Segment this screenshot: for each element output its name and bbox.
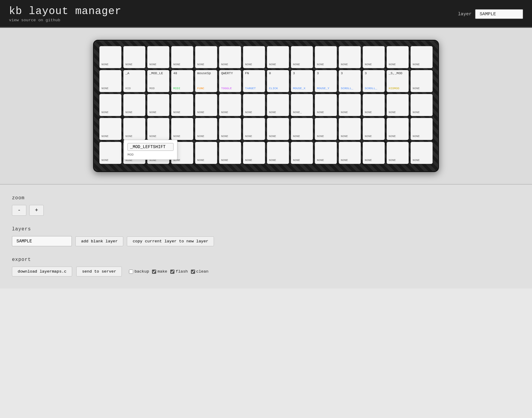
key-4-10[interactable]: NONE xyxy=(339,142,361,164)
key-3-5[interactable]: NONE xyxy=(219,118,241,140)
add-blank-layer-button[interactable]: add blank layer xyxy=(75,236,123,246)
key-0-12[interactable]: NONE xyxy=(387,46,409,68)
key-1-3[interactable]: 48MIDI xyxy=(171,70,193,92)
key-3-6[interactable]: NONE xyxy=(243,118,265,140)
key-1-5[interactable]: QWERTYTOGGLE xyxy=(219,70,241,92)
key-1-6[interactable]: FNTARGET xyxy=(243,70,265,92)
flash-checkbox[interactable] xyxy=(170,270,174,274)
key-2-11[interactable]: NONE xyxy=(363,94,385,116)
key-0-8[interactable]: NONE xyxy=(291,46,313,68)
zoom-plus-button[interactable]: + xyxy=(29,205,44,216)
key-1-2[interactable]: _MOD_LEMOD xyxy=(147,70,169,92)
key-0-11[interactable]: NONE xyxy=(363,46,385,68)
key-0-1[interactable]: NONE xyxy=(123,46,145,68)
key-0-0[interactable]: NONE xyxy=(99,46,121,68)
key-3-0[interactable]: NONE xyxy=(99,118,121,140)
clean-checkbox[interactable] xyxy=(191,270,195,274)
layer-label: layer xyxy=(458,11,472,17)
key-2-10[interactable]: NONE xyxy=(339,94,361,116)
key-bottom-4-4: NONE xyxy=(197,159,204,162)
key-0-6[interactable]: NONE xyxy=(243,46,265,68)
key-1-9[interactable]: 3MOUSE_Y xyxy=(315,70,337,92)
clean-checkbox-label[interactable]: clean xyxy=(191,269,209,274)
key-3-9[interactable]: NONE xyxy=(315,118,337,140)
zoom-buttons: - + xyxy=(12,205,520,216)
github-link[interactable]: view source on github xyxy=(9,18,60,22)
key-1-8[interactable]: 3MOUSE_X xyxy=(291,70,313,92)
key-0-5[interactable]: NONE xyxy=(219,46,241,68)
layer-header-input[interactable] xyxy=(475,9,523,19)
key-2-7[interactable]: NONE xyxy=(267,94,289,116)
key-1-11[interactable]: 3SCROLL_ xyxy=(363,70,385,92)
zoom-label: zoom xyxy=(12,195,520,201)
key-popup-input-3-1[interactable] xyxy=(127,143,174,151)
key-4-13[interactable]: NONE xyxy=(411,142,433,164)
backup-checkbox[interactable] xyxy=(129,270,133,274)
download-button[interactable]: download layermaps.c xyxy=(12,267,72,276)
key-3-1[interactable]: NONEMOD xyxy=(123,118,145,140)
key-0-10[interactable]: NONE xyxy=(339,46,361,68)
key-bottom-1-10: SCROLL_ xyxy=(341,87,353,90)
zoom-minus-button[interactable]: - xyxy=(12,205,26,216)
key-bottom-2-5: NONE xyxy=(221,111,228,114)
key-0-3[interactable]: NONE xyxy=(171,46,193,68)
backup-checkbox-label[interactable]: backup xyxy=(129,269,149,274)
make-checkbox[interactable] xyxy=(152,270,156,274)
key-4-12[interactable]: NONE xyxy=(387,142,409,164)
key-3-13[interactable]: NONE xyxy=(411,118,433,140)
key-3-12[interactable]: NONE xyxy=(387,118,409,140)
key-2-6[interactable]: NONE xyxy=(243,94,265,116)
key-2-0[interactable]: NONE xyxy=(99,94,121,116)
key-top-1-9: 3 xyxy=(317,72,319,75)
key-3-10[interactable]: NONE xyxy=(339,118,361,140)
make-checkbox-label[interactable]: make xyxy=(152,269,167,274)
key-4-0[interactable]: NONE xyxy=(99,142,121,164)
key-2-9[interactable]: NONE xyxy=(315,94,337,116)
key-1-0[interactable]: NONE xyxy=(99,70,121,92)
layer-name-input[interactable] xyxy=(12,236,72,246)
key-bottom-1-11: SCROLL_ xyxy=(365,87,377,90)
key-4-9[interactable]: NONE xyxy=(315,142,337,164)
key-3-11[interactable]: NONE xyxy=(363,118,385,140)
key-0-7[interactable]: NONE xyxy=(267,46,289,68)
key-0-9[interactable]: NONE xyxy=(315,46,337,68)
key-bottom-3-13: NONE xyxy=(413,135,420,138)
key-2-5[interactable]: NONE xyxy=(219,94,241,116)
key-bottom-4-9: NONE xyxy=(317,159,324,162)
key-bottom-3-8: NONE xyxy=(293,135,300,138)
key-4-8[interactable]: NONE xyxy=(291,142,313,164)
key-1-4[interactable]: mouseSpFUNC xyxy=(195,70,217,92)
key-4-5[interactable]: NONE xyxy=(219,142,241,164)
key-4-4[interactable]: NONE xyxy=(195,142,217,164)
key-top-1-5: QWERTY xyxy=(221,72,233,75)
flash-checkbox-label[interactable]: flash xyxy=(170,269,188,274)
key-3-8[interactable]: NONE xyxy=(291,118,313,140)
key-top-1-4: mouseSp xyxy=(197,72,211,75)
key-3-4[interactable]: NONE xyxy=(195,118,217,140)
key-1-10[interactable]: 3SCROLL_ xyxy=(339,70,361,92)
key-2-1[interactable]: NONE xyxy=(123,94,145,116)
key-3-3[interactable]: NONE xyxy=(171,118,193,140)
key-2-2[interactable]: NONE xyxy=(147,94,169,116)
copy-layer-button[interactable]: copy current layer to new layer xyxy=(127,236,214,246)
key-0-2[interactable]: NONE xyxy=(147,46,169,68)
key-3-7[interactable]: NONE xyxy=(267,118,289,140)
key-4-6[interactable]: NONE xyxy=(243,142,265,164)
key-2-12[interactable]: NONE xyxy=(387,94,409,116)
key-1-12[interactable]: _S,_MODHIDMOD xyxy=(387,70,409,92)
key-bottom-2-10: NONE xyxy=(341,111,348,114)
key-3-2[interactable]: NONE xyxy=(147,118,169,140)
key-0-4[interactable]: NONE xyxy=(195,46,217,68)
key-4-7[interactable]: NONE xyxy=(267,142,289,164)
key-2-3[interactable]: NONE xyxy=(171,94,193,116)
key-0-13[interactable]: NONE xyxy=(411,46,433,68)
key-2-8[interactable]: NONE_ xyxy=(291,94,313,116)
key-4-11[interactable]: NONE xyxy=(363,142,385,164)
send-to-server-button[interactable]: send to server xyxy=(76,267,122,276)
key-1-1[interactable]: _AHID xyxy=(123,70,145,92)
key-2-4[interactable]: NONE xyxy=(195,94,217,116)
key-2-13[interactable]: NONE xyxy=(411,94,433,116)
zoom-section: zoom - + xyxy=(12,195,520,216)
key-1-7[interactable]: 0CLICK xyxy=(267,70,289,92)
key-1-13[interactable]: NONE xyxy=(411,70,433,92)
